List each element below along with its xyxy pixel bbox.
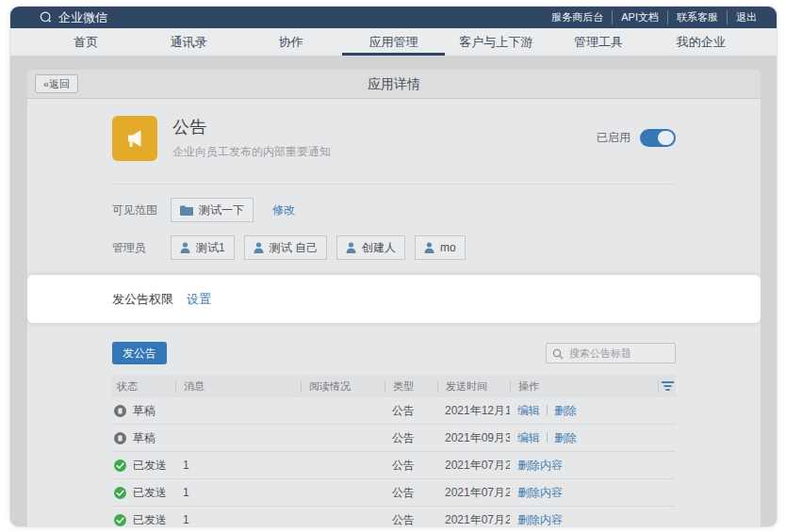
- actions-cell: 删除内容: [510, 512, 658, 527]
- tab-customers-upstream-downstream[interactable]: 客户与上下游: [445, 28, 548, 56]
- delete-link[interactable]: 删除: [554, 431, 577, 444]
- message-cell: 1: [175, 486, 301, 499]
- enable-control: 已启用: [597, 129, 676, 147]
- enable-toggle[interactable]: [640, 129, 676, 147]
- status-text: 草稿: [133, 430, 156, 446]
- visibility-row: 可见范围 测试一下 修改: [112, 198, 676, 222]
- enabled-label: 已启用: [597, 130, 630, 146]
- new-announcement-button[interactable]: 发公告: [112, 342, 167, 364]
- delete-content-link[interactable]: 删除内容: [517, 459, 563, 472]
- status-cell: 草稿: [112, 403, 175, 419]
- table-row: 已发送 1 公告 2021年07月20日 删除内容: [112, 507, 676, 526]
- actions-cell: 编辑删除: [510, 403, 658, 419]
- topbar-links: 服务商后台 API文档 联系客服 退出: [543, 10, 765, 24]
- type-cell: 公告: [385, 458, 437, 474]
- person-icon: [346, 242, 356, 253]
- section-divider: [112, 184, 676, 185]
- admins-label: 管理员: [112, 240, 171, 256]
- filter-icon[interactable]: [658, 380, 676, 393]
- draft-status-icon: [114, 405, 126, 417]
- date-cell: 2021年07月29日: [437, 485, 510, 501]
- delete-link[interactable]: 删除: [554, 404, 577, 417]
- draft-status-icon: [114, 432, 126, 444]
- toggle-knob: [658, 131, 674, 145]
- status-cell: 已发送: [112, 512, 175, 527]
- admin-name: 测试1: [196, 240, 225, 256]
- status-cell: 草稿: [112, 430, 175, 446]
- person-icon: [254, 242, 264, 253]
- panel-body: 公告 企业向员工发布的内部重要通知 已启用 可见范围: [27, 99, 761, 526]
- table-row: 已发送 1 公告 2021年07月29日 删除内容: [112, 479, 676, 507]
- status-text: 已发送: [133, 485, 167, 501]
- tab-app-management[interactable]: 应用管理: [342, 28, 445, 56]
- admin-tag: mo: [415, 235, 466, 260]
- sent-check-icon: [114, 514, 126, 526]
- announcement-table: 状态 消息 阅读情况 类型 发送时间 操作: [112, 375, 676, 526]
- megaphone-icon: [112, 116, 157, 161]
- browser-window: 企业微信 服务商后台 API文档 联系客服 退出 首页 通讯录 协作 应用管理 …: [9, 6, 778, 527]
- permission-label: 发公告权限: [112, 291, 173, 308]
- action-separator: [547, 405, 548, 415]
- col-read-status: 阅读情况: [301, 380, 385, 393]
- col-message: 消息: [175, 380, 301, 393]
- status-text: 已发送: [133, 458, 167, 474]
- link-contact-support[interactable]: 联系客服: [667, 10, 727, 24]
- visibility-tag: 测试一下: [171, 198, 254, 222]
- date-cell: 2021年12月16日: [437, 403, 510, 419]
- search-box: [546, 343, 676, 363]
- app-titles: 公告 企业向员工发布的内部重要通知: [172, 116, 331, 160]
- link-service-provider-console[interactable]: 服务商后台: [543, 10, 612, 24]
- col-type: 类型: [385, 380, 437, 393]
- status-text: 已发送: [133, 512, 167, 527]
- sent-check-icon: [114, 459, 126, 472]
- actions-cell: 删除内容: [510, 485, 658, 501]
- delete-content-link[interactable]: 删除内容: [517, 486, 563, 499]
- tab-home[interactable]: 首页: [35, 28, 138, 56]
- brand-logo[interactable]: 企业微信: [39, 9, 107, 26]
- modify-visibility-link[interactable]: 修改: [272, 202, 295, 218]
- tab-contacts[interactable]: 通讯录: [138, 28, 240, 56]
- message-cell: 1: [175, 513, 301, 526]
- tab-management-tools[interactable]: 管理工具: [548, 28, 650, 56]
- message-cell: 1: [175, 459, 301, 472]
- status-cell: 已发送: [112, 485, 175, 501]
- search-announcement-input[interactable]: [546, 343, 676, 363]
- edit-link[interactable]: 编辑: [517, 404, 540, 417]
- delete-content-link[interactable]: 删除内容: [517, 513, 563, 526]
- col-send-date: 发送时间: [437, 380, 510, 393]
- actions-cell: 编辑删除: [510, 430, 658, 446]
- date-cell: 2021年07月29日: [437, 458, 510, 474]
- col-actions: 操作: [510, 380, 658, 393]
- topbar: 企业微信 服务商后台 API文档 联系客服 退出: [10, 7, 777, 28]
- sent-check-icon: [114, 487, 126, 499]
- table-header: 状态 消息 阅读情况 类型 发送时间 操作: [112, 375, 676, 397]
- page-content: «返回 应用详情 公告 企业向员工发布的内部重要通知: [10, 56, 777, 526]
- link-logout[interactable]: 退出: [727, 10, 765, 24]
- person-icon: [424, 242, 434, 253]
- admins-row: 管理员 测试1 测试 自己: [112, 235, 676, 260]
- type-cell: 公告: [385, 403, 437, 419]
- admin-tag: 创建人: [336, 235, 405, 260]
- admin-tag: 测试1: [171, 235, 235, 260]
- date-cell: 2021年07月20日: [437, 512, 510, 527]
- app-name: 公告: [172, 116, 331, 138]
- app-description: 企业向员工发布的内部重要通知: [172, 144, 331, 160]
- page-title: 应用详情: [27, 70, 761, 98]
- permission-settings-link[interactable]: 设置: [187, 291, 211, 308]
- admin-name: 创建人: [362, 240, 396, 256]
- visibility-value: 测试一下: [199, 202, 244, 218]
- folder-icon: [180, 205, 193, 216]
- status-cell: 已发送: [112, 458, 175, 474]
- app-header: 公告 企业向员工发布的内部重要通知 已启用: [112, 116, 676, 161]
- actions-cell: 删除内容: [510, 458, 658, 474]
- edit-link[interactable]: 编辑: [517, 431, 540, 444]
- type-cell: 公告: [385, 485, 437, 501]
- tab-collaboration[interactable]: 协作: [239, 28, 342, 56]
- tab-my-enterprise[interactable]: 我的企业: [649, 28, 752, 56]
- link-api-docs[interactable]: API文档: [612, 10, 667, 24]
- chat-bubble-icon: [39, 10, 53, 24]
- person-icon: [180, 242, 190, 253]
- admin-name: mo: [440, 241, 456, 254]
- admin-tag: 测试 自己: [244, 235, 327, 260]
- status-text: 草稿: [133, 403, 156, 419]
